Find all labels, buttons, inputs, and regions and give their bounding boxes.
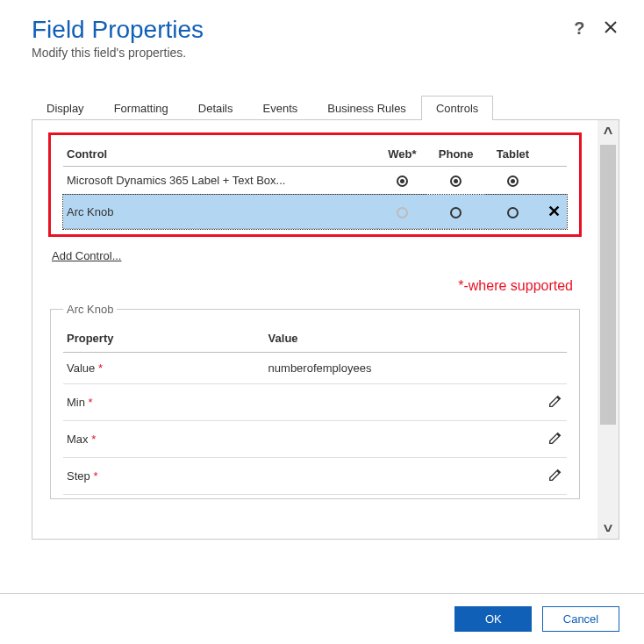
close-icon[interactable]	[604, 19, 618, 37]
controls-table-highlight: Control Web* Phone Tablet Microsoft Dyna…	[48, 132, 582, 237]
property-name: Value *	[63, 353, 265, 384]
property-value	[265, 421, 532, 458]
edit-icon[interactable]	[547, 398, 563, 411]
tab-events[interactable]: Events	[248, 96, 313, 120]
dialog-header: Field Properties Modify this field's pro…	[0, 0, 644, 63]
radio-web	[397, 207, 408, 218]
property-row-max[interactable]: Max *	[63, 421, 567, 458]
remove-control-icon[interactable]: ✕	[547, 203, 561, 220]
radio-phone[interactable]	[450, 175, 462, 187]
tab-details[interactable]: Details	[183, 96, 248, 120]
tab-content: Control Web* Phone Tablet Microsoft Dyna…	[32, 120, 619, 540]
radio-web[interactable]	[397, 175, 408, 187]
cancel-button[interactable]: Cancel	[542, 606, 619, 632]
vertical-scrollbar[interactable]: ^ ^	[597, 120, 619, 539]
property-row-step[interactable]: Step *	[63, 458, 567, 495]
property-value	[265, 384, 532, 421]
property-name: Min *	[63, 384, 265, 421]
dialog-subtitle: Modify this field's properties.	[32, 46, 619, 60]
col-web: Web*	[377, 142, 426, 167]
col-tablet: Tablet	[485, 142, 540, 167]
fieldset-legend: Arc Knob	[63, 303, 117, 316]
property-name: Max *	[63, 421, 265, 458]
radio-tablet[interactable]	[507, 175, 519, 187]
dialog-title: Field Properties	[32, 16, 619, 44]
radio-phone[interactable]	[450, 207, 462, 218]
add-control-link[interactable]: Add Control...	[52, 249, 122, 262]
tab-display[interactable]: Display	[32, 96, 99, 120]
tab-formatting[interactable]: Formatting	[99, 96, 183, 120]
scroll-down-icon[interactable]: ^	[604, 518, 613, 533]
edit-icon[interactable]	[547, 435, 563, 448]
tab-business-rules[interactable]: Business Rules	[312, 96, 421, 120]
edit-icon[interactable]	[547, 472, 563, 485]
col-value: Value	[265, 325, 532, 353]
property-value: numberofemployees	[265, 353, 532, 384]
control-row-default[interactable]: Microsoft Dynamics 365 Label + Text Box.…	[63, 167, 567, 195]
col-property: Property	[63, 325, 265, 353]
help-icon[interactable]: ?	[574, 19, 584, 37]
control-properties-fieldset: Arc Knob Property Value Value * numberof…	[50, 303, 580, 499]
footnote-where-supported: *-where supported	[48, 278, 573, 294]
scroll-thumb[interactable]	[600, 145, 616, 425]
controls-table: Control Web* Phone Tablet Microsoft Dyna…	[63, 142, 567, 229]
radio-tablet[interactable]	[507, 207, 519, 218]
col-control: Control	[63, 142, 377, 167]
col-remove	[540, 142, 567, 167]
control-name: Arc Knob	[63, 195, 377, 229]
property-name: Step *	[63, 458, 265, 495]
col-phone: Phone	[426, 142, 484, 167]
tab-bar: Display Formatting Details Events Busine…	[32, 95, 619, 120]
tab-controls[interactable]: Controls	[421, 96, 493, 120]
properties-table: Property Value Value * numberofemployees…	[63, 325, 567, 495]
property-value	[265, 458, 532, 495]
property-row-value[interactable]: Value * numberofemployees	[63, 353, 567, 384]
controls-panel: Control Web* Phone Tablet Microsoft Dyna…	[32, 120, 597, 539]
scroll-up-icon[interactable]: ^	[604, 125, 613, 141]
header-actions: ?	[558, 19, 618, 37]
property-row-min[interactable]: Min *	[63, 384, 567, 421]
control-name: Microsoft Dynamics 365 Label + Text Box.…	[63, 167, 377, 195]
control-row-arc-knob[interactable]: Arc Knob ✕	[63, 195, 567, 229]
dialog-footer: OK Cancel	[0, 593, 644, 644]
ok-button[interactable]: OK	[454, 606, 532, 632]
